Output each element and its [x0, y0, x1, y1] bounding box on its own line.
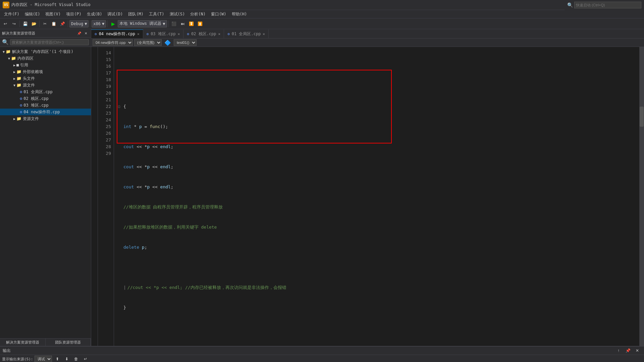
- sidebar-controls: 📌 ✕: [76, 30, 89, 36]
- menu-analyze[interactable]: 分析(N): [187, 11, 208, 18]
- toolbar-breakpoint[interactable]: ⬛: [170, 20, 178, 28]
- chevron-right-icon: ▶: [13, 77, 15, 80]
- menu-tools[interactable]: 工具(T): [146, 11, 167, 18]
- tree-item-project[interactable]: ▼ 📁 内存四区: [0, 55, 91, 62]
- code-line-14: □ {: [118, 103, 635, 110]
- tree-item-file4[interactable]: ⚙ 04 new操作符.cpp: [0, 109, 91, 115]
- output-panel: 输出 ↑ 📌 ✕ 显示输出来源(S): 调试 ⬆ ⬇ 🗑 ↵ **p** 是 0…: [0, 346, 644, 362]
- tab-heap[interactable]: ⚙ 03 堆区.cpp ✕: [143, 29, 184, 38]
- menu-team[interactable]: 团队(M): [125, 11, 146, 18]
- tab-stack[interactable]: ⚙ 02 栈区.cpp ✕: [183, 29, 224, 38]
- solution-explorer-tab[interactable]: 解决方案资源管理器: [0, 339, 46, 346]
- sidebar-search-input[interactable]: [10, 39, 89, 45]
- output-scroll-up[interactable]: ⬆: [53, 355, 61, 362]
- toolbar-sep-2: [39, 20, 40, 27]
- tab-close[interactable]: ✕: [263, 32, 265, 36]
- toolbar-step-out[interactable]: ⏫: [196, 20, 204, 28]
- sidebar: 解决方案资源管理器 📌 ✕ 🔍 ▼ 📁 解决方案 '内存四区'(1 个项目) ▼…: [0, 29, 91, 346]
- breakpoint-margin: [91, 47, 98, 346]
- tab-close[interactable]: ✕: [178, 32, 180, 36]
- output-word-wrap[interactable]: ↵: [82, 355, 90, 362]
- tab-close[interactable]: ✕: [218, 32, 221, 36]
- run-target-dropdown[interactable]: 本地 Windows 调试器 ▼: [118, 20, 167, 27]
- toolbar-paste[interactable]: 📌: [58, 20, 66, 28]
- team-explorer-tab[interactable]: 团队资源管理器: [46, 339, 91, 346]
- sidebar-close[interactable]: ✕: [83, 30, 89, 36]
- sidebar-search: 🔍: [0, 38, 91, 47]
- toolbar-step-over[interactable]: ⏭: [179, 20, 187, 28]
- code-line-15: int * p = func ();: [118, 123, 635, 130]
- collapse-icon[interactable]: □: [118, 103, 122, 110]
- output-source-select[interactable]: 调试: [35, 356, 52, 362]
- toolbar-redo[interactable]: ↪: [10, 20, 18, 28]
- output-pin[interactable]: 📌: [624, 347, 632, 355]
- toolbar-undo[interactable]: ↩: [1, 20, 9, 28]
- chevron-right-icon: ▶: [13, 117, 15, 121]
- toolbar-sep-3: [68, 20, 68, 27]
- app-icon: VS: [3, 2, 9, 8]
- output-scroll-down[interactable]: ⬇: [63, 355, 71, 362]
- menu-view[interactable]: 视图(V): [43, 11, 63, 18]
- tree-item-file2[interactable]: ⚙ 02 栈区.cpp: [0, 95, 91, 102]
- menu-help[interactable]: 帮助(H): [229, 11, 250, 18]
- toolbar-open[interactable]: 📂: [30, 20, 38, 28]
- chevron-down-icon: ▼: [13, 83, 15, 87]
- output-move-up[interactable]: ↑: [614, 347, 623, 355]
- tree-item-resources[interactable]: ▶ 📁 资源文件: [0, 115, 91, 122]
- toolbar-cut[interactable]: ✂: [41, 20, 49, 28]
- editor-scrollbar[interactable]: [639, 47, 644, 346]
- menu-file[interactable]: 文件(F): [1, 11, 22, 18]
- folder-icon: 📁: [16, 83, 21, 87]
- quick-launch-input[interactable]: [574, 2, 641, 8]
- tab-icon: ⚙: [227, 32, 230, 36]
- toolbar-copy[interactable]: 📋: [50, 20, 58, 28]
- toolbar-save[interactable]: 💾: [21, 20, 29, 28]
- platform-dropdown[interactable]: x86 ▼: [92, 20, 106, 27]
- file-path-selector[interactable]: 04 new操作符.cpp: [93, 39, 133, 46]
- sidebar-title: 解决方案资源管理器: [2, 31, 76, 36]
- menu-project[interactable]: 项目(P): [63, 11, 84, 18]
- function-selector[interactable]: test01(): [174, 39, 197, 46]
- sidebar-pin[interactable]: 📌: [76, 30, 82, 36]
- toolbar-sep-1: [19, 20, 20, 27]
- chevron-right-icon: ▶: [13, 70, 15, 74]
- menu-debug[interactable]: 调试(D): [105, 11, 125, 18]
- menu-window[interactable]: 窗口(W): [208, 11, 229, 18]
- tab-new-operator[interactable]: ⚙ 04 new操作符.cpp ✕: [91, 29, 143, 38]
- folder-icon: 📁: [16, 76, 21, 81]
- menu-bar: 文件(F) 编辑(E) 视图(V) 项目(P) 生成(B) 调试(D) 团队(M…: [0, 10, 644, 18]
- tree-item-solution[interactable]: ▼ 📁 解决方案 '内存四区'(1 个项目): [0, 48, 91, 55]
- scope-selector[interactable]: (全局范围): [134, 39, 162, 46]
- code-line-17: cout << * p << endl ;: [118, 164, 635, 170]
- menu-edit[interactable]: 编辑(E): [22, 11, 43, 18]
- code-content[interactable]: □ { int * p = func (); cout: [114, 47, 639, 346]
- menu-test[interactable]: 测试(S): [167, 11, 188, 18]
- code-editor[interactable]: 14 15 16 17 18 19 20 21 22 23 24 25 26 2…: [91, 47, 644, 346]
- tree-item-sources[interactable]: ▼ 📁 源文件: [0, 82, 91, 88]
- tree-item-headers[interactable]: ▶ 📁 头文件: [0, 75, 91, 82]
- output-close[interactable]: ✕: [633, 347, 641, 355]
- chevron-down-icon: ▼: [8, 57, 10, 60]
- main-layout: 解决方案资源管理器 📌 ✕ 🔍 ▼ 📁 解决方案 '内存四区'(1 个项目) ▼…: [0, 29, 644, 346]
- run-button[interactable]: ▶: [109, 20, 117, 28]
- tab-icon: ⚙: [147, 32, 149, 36]
- debug-mode-dropdown[interactable]: Debug ▼: [69, 20, 89, 27]
- menu-build[interactable]: 生成(B): [84, 11, 105, 18]
- toolbar: ↩ ↪ 💾 📂 ✂ 📋 📌 Debug ▼ x86 ▼ ▶ 本地 Windows…: [0, 18, 644, 29]
- tab-icon: ⚙: [187, 32, 189, 36]
- cursor-indicator: |: [123, 284, 126, 291]
- tree-item-external[interactable]: ▶ 📁 外部依赖项: [0, 68, 91, 75]
- cpp-file-icon: ⚙: [20, 103, 22, 108]
- code-line-23: | //cout << *p << endl; //内存已经被释放，再次访问就是…: [118, 284, 635, 291]
- tree-item-references[interactable]: ▶ ■ 引用: [0, 62, 91, 68]
- tab-close[interactable]: ✕: [137, 32, 140, 36]
- tree-label: 03 堆区.cpp: [23, 103, 49, 108]
- output-header: 输出 ↑ 📌 ✕: [0, 347, 644, 355]
- tree-item-file1[interactable]: ⚙ 01 全局区.cpp: [0, 88, 91, 95]
- toolbar-step-into[interactable]: ⏬: [187, 20, 196, 28]
- tree-item-file3[interactable]: ⚙ 03 堆区.cpp: [0, 102, 91, 109]
- scroll-thumb[interactable]: [640, 107, 644, 127]
- cpp-file-icon: ⚙: [20, 96, 22, 101]
- tab-global[interactable]: ⚙ 01 全局区.cpp ✕: [224, 29, 269, 38]
- output-clear[interactable]: 🗑: [72, 355, 80, 362]
